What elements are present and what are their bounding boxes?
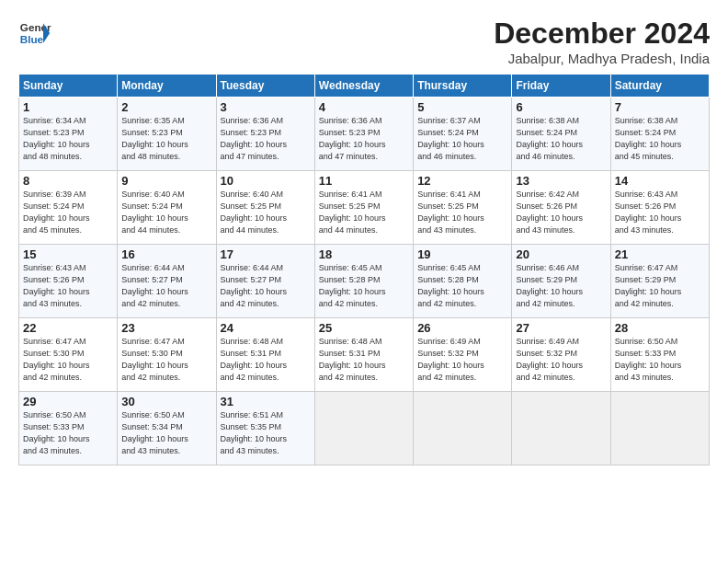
day-cell: 6Sunrise: 6:38 AM Sunset: 5:24 PM Daylig… bbox=[512, 98, 610, 171]
day-info: Sunrise: 6:40 AM Sunset: 5:25 PM Dayligh… bbox=[221, 189, 311, 236]
day-number: 20 bbox=[516, 247, 606, 261]
day-cell: 2Sunrise: 6:35 AM Sunset: 5:23 PM Daylig… bbox=[118, 98, 216, 171]
day-number: 9 bbox=[121, 174, 211, 188]
weekday-header-tuesday: Tuesday bbox=[216, 75, 314, 98]
weekday-header-row: SundayMondayTuesdayWednesdayThursdayFrid… bbox=[19, 75, 710, 98]
day-number: 26 bbox=[417, 321, 507, 335]
weekday-header-thursday: Thursday bbox=[414, 75, 512, 98]
day-cell bbox=[512, 392, 610, 465]
day-info: Sunrise: 6:47 AM Sunset: 5:30 PM Dayligh… bbox=[23, 336, 113, 384]
day-number: 8 bbox=[23, 174, 113, 188]
day-cell: 20Sunrise: 6:46 AM Sunset: 5:29 PM Dayli… bbox=[512, 245, 610, 318]
day-number: 21 bbox=[615, 247, 705, 261]
day-number: 5 bbox=[417, 100, 507, 114]
logo-icon: General Blue bbox=[18, 17, 51, 50]
day-info: Sunrise: 6:34 AM Sunset: 5:23 PM Dayligh… bbox=[23, 115, 113, 163]
day-number: 22 bbox=[23, 321, 113, 335]
day-number: 25 bbox=[319, 321, 409, 335]
day-info: Sunrise: 6:36 AM Sunset: 5:23 PM Dayligh… bbox=[221, 115, 311, 163]
svg-text:Blue: Blue bbox=[20, 33, 44, 45]
day-cell: 3Sunrise: 6:36 AM Sunset: 5:23 PM Daylig… bbox=[216, 98, 314, 171]
day-info: Sunrise: 6:47 AM Sunset: 5:30 PM Dayligh… bbox=[121, 336, 211, 384]
day-info: Sunrise: 6:41 AM Sunset: 5:25 PM Dayligh… bbox=[417, 189, 507, 236]
day-cell: 8Sunrise: 6:39 AM Sunset: 5:24 PM Daylig… bbox=[19, 171, 118, 245]
day-cell bbox=[414, 392, 512, 465]
day-cell: 17Sunrise: 6:44 AM Sunset: 5:27 PM Dayli… bbox=[216, 245, 314, 318]
day-number: 12 bbox=[417, 174, 507, 188]
day-number: 28 bbox=[615, 321, 705, 335]
day-cell: 4Sunrise: 6:36 AM Sunset: 5:23 PM Daylig… bbox=[314, 98, 413, 171]
day-number: 18 bbox=[319, 247, 409, 261]
title-block: December 2024 Jabalpur, Madhya Pradesh, … bbox=[494, 17, 710, 66]
day-info: Sunrise: 6:38 AM Sunset: 5:24 PM Dayligh… bbox=[615, 115, 705, 163]
day-info: Sunrise: 6:51 AM Sunset: 5:35 PM Dayligh… bbox=[221, 409, 311, 457]
day-number: 13 bbox=[516, 174, 606, 188]
day-info: Sunrise: 6:43 AM Sunset: 5:26 PM Dayligh… bbox=[615, 189, 705, 236]
day-number: 10 bbox=[221, 174, 311, 188]
day-info: Sunrise: 6:41 AM Sunset: 5:25 PM Dayligh… bbox=[319, 189, 409, 236]
day-info: Sunrise: 6:38 AM Sunset: 5:24 PM Dayligh… bbox=[516, 115, 606, 163]
day-info: Sunrise: 6:43 AM Sunset: 5:26 PM Dayligh… bbox=[23, 262, 113, 310]
day-info: Sunrise: 6:46 AM Sunset: 5:29 PM Dayligh… bbox=[516, 262, 606, 310]
day-cell: 29Sunrise: 6:50 AM Sunset: 5:33 PM Dayli… bbox=[19, 392, 118, 465]
calendar-table: SundayMondayTuesdayWednesdayThursdayFrid… bbox=[18, 74, 710, 465]
day-cell: 28Sunrise: 6:50 AM Sunset: 5:33 PM Dayli… bbox=[610, 318, 709, 392]
day-cell: 16Sunrise: 6:44 AM Sunset: 5:27 PM Dayli… bbox=[118, 245, 216, 318]
day-cell: 14Sunrise: 6:43 AM Sunset: 5:26 PM Dayli… bbox=[610, 171, 709, 245]
day-number: 23 bbox=[121, 321, 211, 335]
day-cell: 15Sunrise: 6:43 AM Sunset: 5:26 PM Dayli… bbox=[19, 245, 118, 318]
day-cell: 25Sunrise: 6:48 AM Sunset: 5:31 PM Dayli… bbox=[314, 318, 413, 392]
day-number: 31 bbox=[221, 395, 311, 408]
day-info: Sunrise: 6:36 AM Sunset: 5:23 PM Dayligh… bbox=[319, 115, 409, 163]
day-info: Sunrise: 6:45 AM Sunset: 5:28 PM Dayligh… bbox=[417, 262, 507, 310]
day-cell: 26Sunrise: 6:49 AM Sunset: 5:32 PM Dayli… bbox=[414, 318, 512, 392]
day-cell: 12Sunrise: 6:41 AM Sunset: 5:25 PM Dayli… bbox=[414, 171, 512, 245]
week-row-3: 15Sunrise: 6:43 AM Sunset: 5:26 PM Dayli… bbox=[19, 245, 710, 318]
day-cell: 10Sunrise: 6:40 AM Sunset: 5:25 PM Dayli… bbox=[216, 171, 314, 245]
month-title: December 2024 bbox=[494, 17, 710, 51]
weekday-header-wednesday: Wednesday bbox=[314, 75, 413, 98]
day-number: 24 bbox=[221, 321, 311, 335]
header: General Blue December 2024 Jabalpur, Mad… bbox=[18, 17, 710, 66]
day-number: 16 bbox=[121, 247, 211, 261]
location: Jabalpur, Madhya Pradesh, India bbox=[494, 51, 710, 66]
weekday-header-friday: Friday bbox=[512, 75, 610, 98]
day-number: 1 bbox=[23, 100, 113, 114]
day-number: 15 bbox=[23, 247, 113, 261]
day-info: Sunrise: 6:39 AM Sunset: 5:24 PM Dayligh… bbox=[23, 189, 113, 236]
day-info: Sunrise: 6:40 AM Sunset: 5:24 PM Dayligh… bbox=[121, 189, 211, 236]
week-row-2: 8Sunrise: 6:39 AM Sunset: 5:24 PM Daylig… bbox=[19, 171, 710, 245]
day-number: 30 bbox=[121, 395, 211, 408]
day-cell: 21Sunrise: 6:47 AM Sunset: 5:29 PM Dayli… bbox=[610, 245, 709, 318]
day-info: Sunrise: 6:50 AM Sunset: 5:33 PM Dayligh… bbox=[23, 409, 113, 457]
day-cell: 5Sunrise: 6:37 AM Sunset: 5:24 PM Daylig… bbox=[414, 98, 512, 171]
week-row-5: 29Sunrise: 6:50 AM Sunset: 5:33 PM Dayli… bbox=[19, 392, 710, 465]
day-info: Sunrise: 6:45 AM Sunset: 5:28 PM Dayligh… bbox=[319, 262, 409, 310]
logo: General Blue bbox=[18, 17, 51, 50]
day-cell: 13Sunrise: 6:42 AM Sunset: 5:26 PM Dayli… bbox=[512, 171, 610, 245]
day-cell bbox=[314, 392, 413, 465]
calendar-page: General Blue December 2024 Jabalpur, Mad… bbox=[0, 0, 728, 563]
day-info: Sunrise: 6:42 AM Sunset: 5:26 PM Dayligh… bbox=[516, 189, 606, 236]
day-number: 11 bbox=[319, 174, 409, 188]
day-info: Sunrise: 6:44 AM Sunset: 5:27 PM Dayligh… bbox=[221, 262, 311, 310]
day-number: 27 bbox=[516, 321, 606, 335]
day-cell bbox=[610, 392, 709, 465]
day-cell: 27Sunrise: 6:49 AM Sunset: 5:32 PM Dayli… bbox=[512, 318, 610, 392]
day-cell: 7Sunrise: 6:38 AM Sunset: 5:24 PM Daylig… bbox=[610, 98, 709, 171]
day-cell: 18Sunrise: 6:45 AM Sunset: 5:28 PM Dayli… bbox=[314, 245, 413, 318]
day-cell: 23Sunrise: 6:47 AM Sunset: 5:30 PM Dayli… bbox=[118, 318, 216, 392]
day-info: Sunrise: 6:48 AM Sunset: 5:31 PM Dayligh… bbox=[221, 336, 311, 384]
day-number: 2 bbox=[121, 100, 211, 114]
day-info: Sunrise: 6:49 AM Sunset: 5:32 PM Dayligh… bbox=[417, 336, 507, 384]
day-cell: 19Sunrise: 6:45 AM Sunset: 5:28 PM Dayli… bbox=[414, 245, 512, 318]
day-info: Sunrise: 6:47 AM Sunset: 5:29 PM Dayligh… bbox=[615, 262, 705, 310]
day-cell: 1Sunrise: 6:34 AM Sunset: 5:23 PM Daylig… bbox=[19, 98, 118, 171]
day-number: 6 bbox=[516, 100, 606, 114]
day-number: 17 bbox=[221, 247, 311, 261]
day-cell: 30Sunrise: 6:50 AM Sunset: 5:34 PM Dayli… bbox=[118, 392, 216, 465]
week-row-1: 1Sunrise: 6:34 AM Sunset: 5:23 PM Daylig… bbox=[19, 98, 710, 171]
weekday-header-monday: Monday bbox=[118, 75, 216, 98]
day-number: 3 bbox=[221, 100, 311, 114]
day-info: Sunrise: 6:49 AM Sunset: 5:32 PM Dayligh… bbox=[516, 336, 606, 384]
